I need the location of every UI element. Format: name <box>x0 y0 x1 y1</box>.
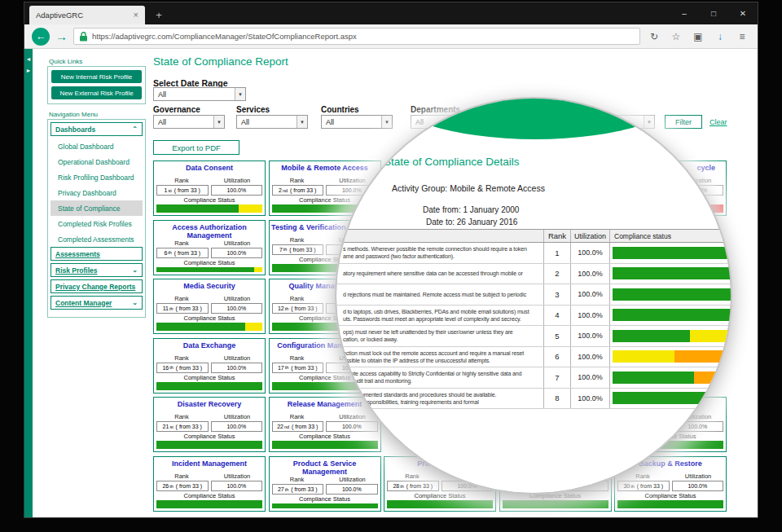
compliance-status-label: Compliance Status <box>154 374 265 381</box>
back-button[interactable]: ← <box>32 28 50 46</box>
rank-ordinal: nd <box>283 188 288 193</box>
sidebar-section-privacy-change-reports[interactable]: Privacy Change Reports <box>51 279 143 293</box>
sidebar-section-dashboards[interactable]: Dashboards ⌃ <box>51 122 143 136</box>
filter-select-value: All <box>415 118 424 126</box>
compliance-card-cycle[interactable]: cycleRankUtilization100.0%Compliance Sta… <box>614 160 727 216</box>
chevron-down-icon: ⌄ <box>132 266 138 274</box>
rank-ordinal: th <box>285 487 289 492</box>
rank-ordinal: th <box>285 365 289 370</box>
new-tab-button[interactable]: + <box>150 8 168 23</box>
sidebar-item-state-of-compliance[interactable]: State of Compliance <box>51 200 143 216</box>
clear-link[interactable]: Clear <box>710 118 727 126</box>
compliance-status-bar <box>156 441 262 449</box>
bookmarks-icon[interactable]: ▣ <box>690 31 706 42</box>
export-to-pdf-button[interactable]: Export to PDF <box>153 140 239 155</box>
utilization-value: 100.0% <box>326 421 378 432</box>
filter-label-governance: Governance <box>153 105 200 114</box>
rank-number: 11 <box>163 306 169 311</box>
utilization-value: 100.0% <box>672 185 724 196</box>
chevron-down-icon: ▼ <box>644 116 654 128</box>
chevron-down-icon: ▼ <box>471 116 481 128</box>
compliance-card-quality-management[interactable]: Quality ManagementRankUtilization12th ( … <box>269 279 381 334</box>
rank-from: ( from 33 ) <box>174 365 202 371</box>
filter-select-countries[interactable]: All▼ <box>321 115 393 129</box>
compliance-status-label: Compliance Status <box>615 433 726 440</box>
compliance-status-label: Compliance Status <box>154 433 265 440</box>
menu-icon[interactable]: ≡ <box>734 31 750 42</box>
filter-select-departments[interactable]: All▼ <box>411 115 482 129</box>
tab-close-icon[interactable]: × <box>134 11 138 20</box>
bar-segment-yellow <box>254 267 262 272</box>
sidebar-section-risk-profiles[interactable]: Risk Profiles⌄ <box>51 263 143 277</box>
compliance-card-release-management[interactable]: Release ManagementRankUtilization22nd ( … <box>269 397 381 452</box>
filter-select-hidden-4[interactable]: All▼ <box>503 115 575 129</box>
new-internal-risk-profile-button[interactable]: New Internal Risk Profile <box>51 70 142 83</box>
card-values: 100.0% <box>615 184 726 196</box>
compliance-card-testing-verification-controls[interactable]: Testing & Verification ControlsRankUtili… <box>269 220 381 275</box>
compliance-card-media-security[interactable]: Media SecurityRankUtilization11th ( from… <box>153 279 266 334</box>
minimize-button[interactable]: – <box>670 2 699 24</box>
sidebar-item-completed-risk-profiles[interactable]: Completed Risk Profiles <box>51 216 143 231</box>
rank-header: Rank <box>270 354 325 362</box>
compliance-card-backup-restore[interactable]: Backup & RestoreRankUtilization30th ( fr… <box>614 456 727 512</box>
download-icon[interactable]: ↓ <box>712 31 728 42</box>
sidebar-item-completed-assessments[interactable]: Completed Assessments <box>51 231 143 247</box>
rank-value: 26th ( from 33 ) <box>156 481 209 491</box>
sidebar-item-risk-profiling-dashboard[interactable]: Risk Profiling Dashboard <box>51 169 143 185</box>
filter-button[interactable]: Filter <box>665 115 702 129</box>
bar-segment-green <box>272 441 378 449</box>
utilization-value: 100.0% <box>442 481 494 491</box>
sidebar-item-operational-dashboard[interactable]: Operational Dashboard <box>51 154 143 169</box>
compliance-status-bar <box>156 323 262 331</box>
browser-tab[interactable]: AdaptiveGRC × <box>29 6 145 24</box>
rank-number: 16 <box>162 365 169 371</box>
section-label: Risk Profiles <box>55 266 98 275</box>
compliance-card[interactable]: RankUtilizationCompliance Status <box>499 456 612 512</box>
url-bar[interactable]: https://adaptivegrc.com/ComplianceManage… <box>73 28 640 45</box>
card-title: Release Management <box>270 398 380 413</box>
compliance-card-data-consent[interactable]: Data ConsentRankUtilization1st ( from 33… <box>153 160 266 216</box>
collapse-left-icon[interactable]: ◄ <box>25 55 32 64</box>
star-icon[interactable]: ☆ <box>668 31 684 42</box>
compliance-card-configuration-management[interactable]: Configuration ManagementRankUtilization1… <box>269 338 381 394</box>
compliance-status-bar <box>272 441 378 449</box>
filter-select-hidden-5[interactable]: All▼ <box>595 115 655 129</box>
chevron-down-icon: ▼ <box>564 116 574 128</box>
close-button[interactable]: ✕ <box>728 2 758 24</box>
compliance-card-product-service-management[interactable]: Product & Service ManagementRankUtilizat… <box>269 456 381 512</box>
filter-select-governance[interactable]: All▼ <box>153 115 225 129</box>
compliance-card-access-authorization-management[interactable]: Access Authorization ManagementRankUtili… <box>153 220 266 275</box>
sidebar-item-global-dashboard[interactable]: Global Dashboard <box>51 138 143 154</box>
forward-button[interactable]: → <box>55 29 68 43</box>
compliance-card-incident-management[interactable]: Incident ManagementRankUtilization26th (… <box>153 456 266 512</box>
bar-segment-green <box>617 500 723 508</box>
card-headers: RankUtilization <box>154 473 265 480</box>
rank-from: ( from 33 ) <box>288 187 316 193</box>
bar-segment-green <box>617 441 723 449</box>
utilization-value: 100.0% <box>672 481 724 491</box>
compliance-card-disaster-recovery[interactable]: Disaster RecoveryRankUtilization21st ( f… <box>153 397 266 452</box>
date-range-select[interactable]: All ▼ <box>153 87 246 101</box>
compliance-card-mobile-remote-access[interactable]: Mobile & Remote AccessRankUtilization2nd… <box>269 160 381 216</box>
sidebar-collapse-strip[interactable]: ◄ ► <box>24 49 33 517</box>
navigation-menu-label: Navigation Menu <box>49 111 98 118</box>
sidebar-section-content-manager[interactable]: Content Manager⌄ <box>51 296 143 310</box>
sidebar-section-assessments[interactable]: Assessments <box>51 247 143 261</box>
bar-segment-green <box>156 204 239 213</box>
chevron-down-icon: ▼ <box>381 116 392 128</box>
rank-number: 7 <box>279 247 283 253</box>
compliance-card-procurement[interactable]: ProcurementRankUtilization28th ( from 33… <box>384 456 496 512</box>
compliance-card[interactable]: RankUtilization100.0%Compliance Status <box>614 397 727 452</box>
filter-select-services[interactable]: All▼ <box>236 115 308 129</box>
rank-from: ( from 33 ) <box>289 306 317 311</box>
compliance-card-data-exchange[interactable]: Data ExchangeRankUtilization16th ( from … <box>153 338 266 394</box>
bar-segment-green <box>503 500 608 508</box>
compliance-status-bar <box>272 264 378 272</box>
collapse-right-icon[interactable]: ► <box>25 67 32 75</box>
reload-icon[interactable]: ↻ <box>646 31 662 42</box>
maximize-button[interactable]: □ <box>699 2 728 24</box>
rank-from: ( from 33 ) <box>290 424 318 429</box>
sidebar-item-privacy-dashboard[interactable]: Privacy Dashboard <box>51 185 143 200</box>
compliance-status-label: Compliance Status <box>500 492 611 499</box>
new-external-risk-profile-button[interactable]: New External Risk Profile <box>51 86 142 99</box>
